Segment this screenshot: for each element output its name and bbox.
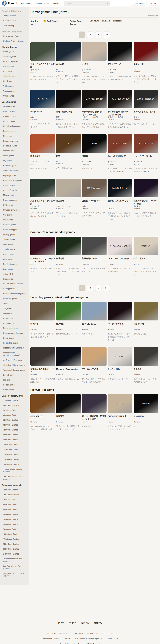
game-author[interactable]: チョコミント・ファッジ (30, 160, 55, 163)
page-button[interactable]: 1 (79, 285, 85, 291)
sidebar-item[interactable]: BL games (0, 134, 29, 138)
reviews-link[interactable]: Reviews (56, 208, 63, 210)
sidebar-item[interactable]: Board games (0, 336, 29, 340)
reviews-link[interactable]: Reviews (56, 163, 63, 165)
sidebar-item[interactable]: Retro games (0, 321, 29, 326)
sidebar-item[interactable]: 2nd Game Contest (0, 492, 29, 497)
sidebar-item[interactable]: Korean games (0, 382, 29, 387)
game-author[interactable]: I.A. (56, 68, 81, 70)
sidebar-item[interactable]: 11th Game Contest (0, 537, 29, 542)
sidebar-item[interactable]: 11th Game Contest (0, 447, 29, 452)
sidebar-item[interactable]: Commercialized games (0, 330, 29, 336)
game-thumbnail[interactable]: ちょっとだけ怖い話 (108, 134, 132, 153)
game-title[interactable]: BUGS SHOOTER Ⅱ (108, 415, 132, 420)
sidebar-item[interactable]: RTK games (0, 316, 29, 321)
sidebar-item[interactable]: Educational games (0, 326, 29, 330)
game-title[interactable]: 九里と西瓜のぼんやり怪奇談 (30, 199, 55, 205)
sidebar-item[interactable]: 1st Game Contest (0, 398, 29, 403)
game-thumbnail[interactable]: Deep Celeste (30, 90, 55, 108)
sidebar-item[interactable]: Typing games (0, 89, 29, 94)
reviews-link[interactable]: Reviews (56, 374, 63, 376)
game-title[interactable]: 遺品整理 (56, 199, 81, 205)
game-thumbnail[interactable]: サクサク読める怖い話7 (82, 90, 107, 108)
reviews-link[interactable]: Reviews (56, 71, 63, 73)
create-account-button[interactable]: Create account (131, 1, 147, 6)
game-title[interactable]: Short RPG (134, 415, 158, 420)
sidebar-item[interactable]: Simulation games (0, 74, 29, 79)
reviews-link[interactable]: Reviews (134, 163, 140, 165)
sidebar-item[interactable]: Tennis games (0, 247, 29, 252)
reviews-link[interactable]: Reviews (108, 119, 114, 121)
game-title[interactable]: マイナー２０１１ (108, 322, 132, 328)
sidebar-item[interactable]: Gal games (0, 212, 29, 218)
game-thumbnail[interactable] (134, 42, 158, 61)
sort-new-link[interactable]: Sort[New] (31, 20, 40, 26)
reviews-link[interactable]: Reviews (134, 119, 140, 121)
sidebar-item[interactable]: 14th Game Contest (0, 462, 29, 467)
game-author[interactable]: 深章 (56, 116, 81, 118)
game-thumbnail[interactable]: FEVER!!! (108, 394, 132, 413)
sidebar-item[interactable]: 1st One Minutes Game Contest (0, 467, 29, 474)
game-title[interactable]: 夢の中の都市伝説 口裂け女 (ブラウザ版) (82, 415, 107, 420)
sidebar-item[interactable]: Simplified Chinese games (0, 363, 29, 368)
old-design-link[interactable]: Change to OLD design (42, 638, 59, 640)
sidebar-item[interactable]: Giochi italiani (0, 387, 29, 392)
reviews-link[interactable]: Reviews (82, 71, 89, 73)
game-title[interactable]: 九里と西瓜のささやか怪奇談 (30, 62, 55, 68)
game-author[interactable]: gieko (82, 205, 107, 207)
game-title[interactable]: サクサク読める怖い話7（ブラウザ版） (108, 110, 132, 116)
sidebar-item[interactable]: Today's ranking (0, 13, 29, 18)
game-thumbnail[interactable] (134, 302, 158, 320)
sidebar-item[interactable]: Chess games (0, 183, 29, 188)
search-icon[interactable] (108, 2, 109, 4)
reviews-link[interactable]: Reviews (30, 71, 37, 73)
game-thumbnail[interactable] (30, 394, 55, 413)
sidebar-item[interactable]: Golf games (0, 242, 29, 247)
sidebar-item[interactable]: Fighting games (0, 173, 29, 178)
game-thumbnail[interactable] (30, 302, 55, 320)
game-title[interactable]: 病葉奇譚 (56, 257, 81, 263)
game-thumbnail[interactable] (82, 394, 107, 413)
reviews-link[interactable]: Reviews (108, 328, 114, 330)
lang-japanese[interactable]: 日本語 (58, 622, 64, 624)
reviews-link[interactable]: Reviews (56, 263, 63, 265)
sidebar-item[interactable]: 6th Game Contest (0, 512, 29, 517)
sidebar-item[interactable]: Dress up games (0, 198, 29, 202)
sidebar-item[interactable]: Total ranking (0, 23, 29, 28)
game-thumbnail[interactable] (30, 134, 55, 153)
game-title[interactable]: 呪われているしゃもじ (108, 199, 132, 205)
sidebar-item[interactable]: 5th Game Contest (0, 418, 29, 422)
sidebar-item[interactable]: Action games (0, 49, 29, 54)
reviews-link[interactable]: Reviews (30, 163, 37, 165)
game-thumbnail[interactable] (56, 347, 81, 366)
sidebar-item[interactable]: 6th Game Contest (0, 422, 29, 428)
game-thumbnail[interactable] (82, 42, 107, 61)
sidebar-item[interactable]: English learning games (0, 281, 29, 286)
sidebar-item[interactable]: 12th Game Contest (0, 452, 29, 457)
game-title[interactable]: 最終電車 (56, 415, 81, 420)
page-button[interactable]: 3 (95, 32, 102, 38)
sidebar-item[interactable]: 13th Game Contest (0, 546, 29, 552)
game-thumbnail[interactable] (56, 302, 81, 320)
sidebar-item[interactable]: Breakout games (0, 262, 29, 267)
game-title[interactable]: ついていってはいけないよ (108, 257, 132, 263)
about-freem-link[interactable]: About Freem! (103, 632, 114, 634)
game-thumbnail[interactable]: サクサク読める怖い話7 (108, 90, 132, 108)
game-title[interactable]: アサンプション (108, 62, 132, 68)
game-title[interactable]: GOD APPLE (30, 415, 55, 420)
game-author[interactable]: nao (134, 68, 158, 70)
sidebar-item[interactable]: 9th Game Contest (0, 437, 29, 442)
sidebar-item[interactable]: Soccer games (0, 237, 29, 242)
reviews-link[interactable]: Reviews (134, 71, 140, 73)
game-author[interactable]: サトウキビ (134, 160, 158, 163)
game-title[interactable]: 傭兵戦記 (56, 322, 81, 328)
sidebar-item[interactable]: Updated Browser Games (0, 39, 29, 44)
game-thumbnail[interactable] (108, 42, 132, 61)
sidebar-item[interactable]: Traditional Chinese games (0, 368, 29, 372)
game-thumbnail[interactable] (82, 347, 107, 366)
game-author[interactable]: tatata (56, 160, 81, 162)
reviews-link[interactable]: Reviews (82, 207, 89, 209)
game-thumbnail[interactable]: 榊奇録 (82, 134, 107, 153)
sidebar-item[interactable]: Escape adventure (0, 138, 29, 144)
sidebar-item[interactable]: 10th Game Contest (0, 442, 29, 447)
